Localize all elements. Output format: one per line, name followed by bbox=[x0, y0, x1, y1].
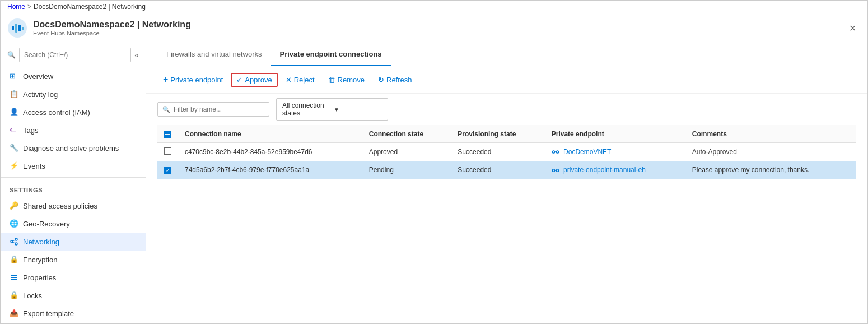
header-comments: Comments bbox=[685, 125, 856, 143]
svg-line-9 bbox=[13, 242, 15, 243]
approve-button[interactable]: ✓ Approve bbox=[231, 73, 277, 87]
svg-rect-10 bbox=[11, 275, 17, 276]
iam-icon: 👤 bbox=[10, 108, 18, 117]
add-icon: + bbox=[163, 75, 168, 85]
sidebar-item-activity-log[interactable]: 📋 Activity log bbox=[1, 85, 146, 103]
row1-provisioning: Succeeded bbox=[451, 143, 544, 161]
row2-name: 74d5a6b2-2b7f-4cb6-979e-f770e625aa1a bbox=[178, 161, 362, 179]
svg-rect-1 bbox=[12, 26, 14, 30]
svg-point-13 bbox=[552, 151, 554, 153]
row2-provisioning: Succeeded bbox=[451, 161, 544, 179]
search-box: 🔍 « bbox=[1, 43, 146, 67]
sidebar-item-export[interactable]: 📤 Export template bbox=[1, 304, 146, 322]
events-label: Events bbox=[23, 162, 45, 170]
geo-recovery-icon: 🌐 bbox=[10, 219, 18, 228]
search-icon: 🔍 bbox=[7, 51, 16, 59]
filter-name-input[interactable] bbox=[174, 105, 264, 113]
sidebar-item-locks[interactable]: 🔒 Locks bbox=[1, 286, 146, 304]
row2-comments: Please approve my connection, thanks. bbox=[685, 161, 856, 179]
add-label: Private endpoint bbox=[170, 76, 223, 84]
connections-table: — Connection name Connection state Provi… bbox=[157, 125, 856, 179]
sidebar-item-properties[interactable]: Properties bbox=[1, 269, 146, 286]
table-row: ✓ 74d5a6b2-2b7f-4cb6-979e-f770e625aa1a P… bbox=[157, 161, 856, 179]
row1-comments: Auto-Approved bbox=[685, 143, 856, 161]
app-icon bbox=[7, 18, 27, 38]
shared-access-label: Shared access policies bbox=[23, 202, 97, 210]
row2-endpoint-text: private-endpoint-manual-eh bbox=[563, 166, 646, 174]
export-label: Export template bbox=[23, 309, 74, 318]
sidebar-item-networking[interactable]: Networking bbox=[1, 233, 146, 251]
svg-point-17 bbox=[556, 169, 558, 172]
header-checkbox[interactable]: — bbox=[164, 131, 171, 138]
tabs: Firewalls and virtual networks Private e… bbox=[146, 43, 867, 66]
collapse-icon[interactable]: « bbox=[134, 50, 139, 59]
sidebar-item-events[interactable]: ⚡ Events bbox=[1, 157, 146, 175]
page-title: DocsDemoNamespace2 | Networking bbox=[33, 20, 191, 30]
activity-log-label: Activity log bbox=[23, 90, 58, 99]
title-bar-left: DocsDemoNamespace2 | Networking Event Hu… bbox=[7, 18, 191, 38]
encryption-icon: 🔒 bbox=[10, 255, 18, 264]
svg-rect-3 bbox=[18, 25, 21, 31]
add-private-endpoint-button[interactable]: + Private endpoint bbox=[157, 72, 228, 87]
sidebar-item-overview[interactable]: ⊞ Overview bbox=[1, 67, 146, 85]
locks-icon: 🔒 bbox=[10, 291, 18, 300]
reject-icon: ✕ bbox=[286, 76, 292, 84]
tab-firewalls[interactable]: Firewalls and virtual networks bbox=[157, 43, 271, 66]
approve-label: Approve bbox=[245, 76, 272, 84]
header-private-endpoint: Private endpoint bbox=[545, 125, 685, 143]
filter-search-icon: 🔍 bbox=[162, 106, 170, 113]
header-provisioning: Provisioning state bbox=[451, 125, 544, 143]
table-container: — Connection name Connection state Provi… bbox=[146, 125, 867, 179]
activity-log-icon: 📋 bbox=[10, 90, 18, 99]
header-connection-state: Connection state bbox=[362, 125, 451, 143]
export-icon: 📤 bbox=[10, 309, 18, 318]
row2-endpoint-link[interactable]: private-endpoint-manual-eh bbox=[552, 166, 646, 174]
search-input[interactable] bbox=[19, 48, 131, 62]
title-bar: DocsDemoNamespace2 | Networking Event Hu… bbox=[1, 13, 867, 43]
row2-endpoint: private-endpoint-manual-eh bbox=[545, 161, 685, 179]
svg-point-5 bbox=[11, 240, 13, 243]
row1-checkbox[interactable] bbox=[164, 147, 171, 155]
breadcrumb-separator: > bbox=[27, 3, 31, 11]
properties-icon bbox=[10, 273, 18, 282]
sidebar-item-tags[interactable]: 🏷 Tags bbox=[1, 121, 146, 139]
dropdown-chevron-icon: ▼ bbox=[334, 107, 382, 113]
approve-check-icon: ✓ bbox=[236, 76, 242, 84]
row2-checkbox[interactable]: ✓ bbox=[164, 167, 171, 174]
table-header-row: — Connection name Connection state Provi… bbox=[157, 125, 856, 143]
settings-divider bbox=[1, 177, 146, 178]
row1-endpoint-link[interactable]: DocDemoVNET bbox=[552, 148, 612, 156]
svg-point-7 bbox=[15, 243, 17, 245]
svg-rect-2 bbox=[15, 24, 17, 33]
svg-point-6 bbox=[15, 238, 17, 240]
remove-button[interactable]: 🗑 Remove bbox=[323, 73, 370, 87]
breadcrumb-current: DocsDemoNamespace2 | Networking bbox=[34, 3, 146, 11]
sidebar-item-encryption[interactable]: 🔒 Encryption bbox=[1, 251, 146, 269]
row1-checkbox-cell bbox=[157, 143, 178, 161]
sidebar-item-shared-access[interactable]: 🔑 Shared access policies bbox=[1, 197, 146, 215]
geo-recovery-label: Geo-Recovery bbox=[23, 220, 70, 228]
svg-line-8 bbox=[13, 240, 15, 241]
breadcrumb-home[interactable]: Home bbox=[7, 3, 25, 11]
networking-label: Networking bbox=[23, 238, 59, 246]
refresh-label: Refresh bbox=[386, 76, 412, 84]
reject-label: Reject bbox=[294, 76, 315, 84]
reject-button[interactable]: ✕ Reject bbox=[280, 73, 320, 87]
sidebar: 🔍 « ⊞ Overview 📋 Activity log 👤 Access c… bbox=[1, 43, 146, 323]
connection-state-dropdown[interactable]: All connection states ▼ bbox=[276, 98, 388, 121]
sidebar-item-geo-recovery[interactable]: 🌐 Geo-Recovery bbox=[1, 215, 146, 233]
sidebar-item-diagnose[interactable]: 🔧 Diagnose and solve problems bbox=[1, 139, 146, 157]
overview-label: Overview bbox=[23, 72, 53, 81]
refresh-icon: ↻ bbox=[378, 76, 384, 84]
content-area: Firewalls and virtual networks Private e… bbox=[146, 43, 867, 323]
refresh-button[interactable]: ↻ Refresh bbox=[372, 73, 418, 87]
row2-state: Pending bbox=[362, 161, 451, 179]
connection-state-label: All connection states bbox=[282, 101, 330, 117]
row1-name: c470c9bc-8e2b-44b2-845a-52e959be47d6 bbox=[178, 143, 362, 161]
sidebar-item-iam[interactable]: 👤 Access control (IAM) bbox=[1, 103, 146, 121]
svg-point-14 bbox=[556, 151, 558, 153]
close-button[interactable]: ✕ bbox=[844, 21, 861, 36]
title-text: DocsDemoNamespace2 | Networking Event Hu… bbox=[33, 20, 191, 36]
overview-icon: ⊞ bbox=[10, 72, 18, 81]
tab-private-endpoint[interactable]: Private endpoint connections bbox=[271, 43, 391, 66]
